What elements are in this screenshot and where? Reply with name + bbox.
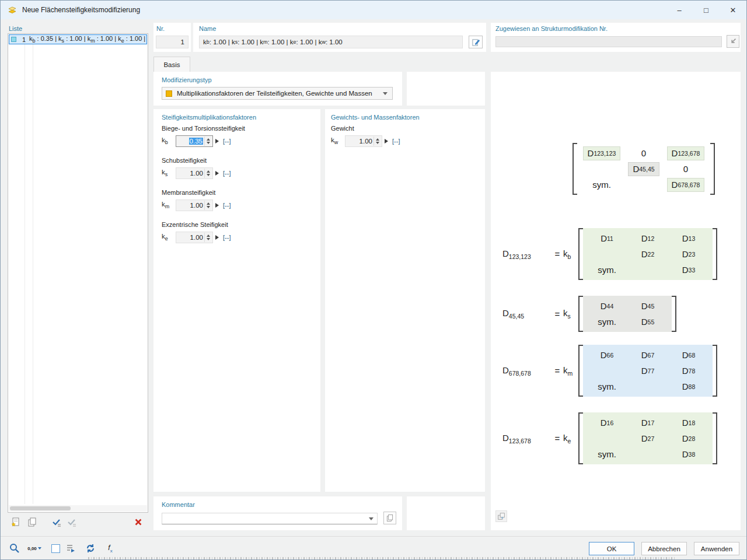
copy-icon [386,514,394,522]
uncheck-all-button[interactable] [66,516,78,528]
ks-spinner[interactable] [204,169,212,178]
nr-label: Nr. [156,25,165,32]
pick-arrow-icon [729,37,737,46]
kb-input[interactable]: 0.35 [176,135,213,147]
kw-unit: [--] [392,138,400,145]
comment-copy-button[interactable] [383,512,396,524]
find-object-button[interactable] [8,541,22,555]
statusbar-divider [1,536,746,537]
km-label: km [162,201,176,209]
ke-spinner[interactable] [204,233,212,242]
ke-label: ke [162,233,176,242]
kw-input[interactable]: 1.00 [345,135,382,147]
item-text: kb : 0.35 | ks : 1.00 | km : 1.00 | ke :… [29,35,146,44]
modification-type-select[interactable]: Multiplikationsfaktoren der Teilsteifigk… [162,87,393,100]
ks-detail-button[interactable] [215,171,219,176]
weight-panel: Gewichts- und Massenfaktoren Gewicht kw … [325,109,485,492]
ke-detail-button[interactable] [215,235,219,240]
scrollbar-thumb[interactable] [10,506,71,510]
kb-spinner[interactable] [204,136,212,146]
check-all-icon [51,517,62,527]
formula-button[interactable]: fx [103,541,117,555]
uncheck-all-icon [67,517,77,527]
assign-pick-button[interactable] [727,35,739,48]
stiffness-panel: Steifigkeitsmultiplikationsfaktoren Bieg… [153,109,320,492]
chevron-down-icon [369,517,374,520]
display-color-button[interactable] [48,541,62,555]
close-button[interactable]: ✕ [720,1,746,19]
comment-combobox[interactable] [162,513,378,524]
cancel-button[interactable]: Abbrechen [641,542,687,555]
spin-up-icon [207,138,210,141]
window-title: Neue Flächensteifigkeitsmodifizierung [22,6,140,14]
minimize-button[interactable]: – [666,1,693,19]
delete-item-button[interactable] [132,516,144,528]
kb-detail-button[interactable] [215,139,219,144]
list-horizontal-scrollbar[interactable] [9,505,147,512]
copy-item-button[interactable] [26,516,38,528]
ke-unit: [--] [223,234,231,241]
equation-kb: D123,123 = kb D11D12D13D22D23sym.D33 [502,228,717,280]
ks-input[interactable]: 1.00 [176,167,213,179]
ke-input[interactable]: 1.00 [176,232,213,243]
name-edit-button[interactable] [469,36,483,48]
ks-matrix: D44D45sym.D55 [578,296,676,332]
decimal-places-button[interactable]: 0,00 [27,541,41,555]
spin-up-icon [207,202,210,205]
titlebar[interactable]: Neue Flächensteifigkeitsmodifizierung – … [1,1,746,19]
list-label: Liste [9,25,22,32]
km-spinner[interactable] [204,201,212,210]
km-value: 1.00 [190,202,203,209]
kb-value: 0.35 [189,138,203,145]
tab-basis[interactable]: Basis [153,57,190,72]
assign-panel: Zugewiesen an Strukturmodifikation Nr. [491,23,741,52]
list-settings-button[interactable] [64,541,78,555]
kw-detail-button[interactable] [385,139,388,144]
nr-field[interactable]: 1 [156,36,189,48]
list-arrow-icon [65,543,76,554]
list-item[interactable]: 1 kb : 0.35 | ks : 1.00 | km : 1.00 | ke… [9,34,147,44]
km-input[interactable]: 1.00 [176,200,213,211]
spin-up-icon [376,138,379,141]
equation-km: D678,678 = km D66D67D68D77D78sym.D88 [502,345,717,397]
graphic-options-button[interactable] [495,510,507,522]
check-all-button[interactable] [51,516,62,528]
kw-value: 1.00 [359,138,372,145]
assign-label: Zugewiesen an Strukturmodifikation Nr. [495,25,608,32]
name-field[interactable]: kb : 1.00 | ks : 1.00 | km : 1.00 | ke :… [199,36,463,48]
arrow-right-icon [215,235,219,240]
refresh-button[interactable] [83,541,97,555]
arrow-right-icon [215,139,219,144]
name-label: Name [199,25,216,32]
spin-up-icon [207,170,210,173]
modification-list[interactable]: 1 kb : 0.35 | ks : 1.00 | km : 1.00 | ke… [8,33,148,513]
matrix-graphic-panel: D123,1230D123,678D45,450sym.D678,678 D12… [491,72,741,530]
ok-button[interactable]: OK [589,542,634,555]
km-detail-button[interactable] [215,203,219,208]
matrix-term-label: D123,123 [502,249,551,260]
spin-down-icon [207,142,210,144]
equals-sign: = [551,433,563,443]
kw-label: kw [331,136,345,145]
modification-type-label: Modifizierungstyp [162,76,212,83]
assign-field[interactable] [495,36,722,47]
spacer-panel [407,72,485,106]
ks-group-label: Schubsteifigkeit [162,157,207,164]
ks-unit: [--] [223,170,231,177]
arrow-right-icon [215,171,219,176]
equation-ks: D45,45 = ks D44D45sym.D55 [502,296,676,332]
chevron-down-icon [383,92,388,95]
dialog-window: Neue Flächensteifigkeitsmodifizierung – … [0,0,747,560]
kw-spinner[interactable] [374,136,381,146]
new-item-button[interactable] [10,516,22,528]
kw-group-label: Gewicht [331,125,354,132]
maximize-button[interactable]: □ [693,1,720,19]
apply-button[interactable]: Anwenden [694,542,739,555]
matrix-term-label: D123,678 [502,433,551,444]
matrix-term-label: D45,45 [502,308,551,320]
ke-value: 1.00 [190,234,203,241]
kb-row: kb 0.35 [--] [162,135,231,147]
equation-ke: D123,678 = ke D16D17D18D27D28sym.D38 [502,412,717,464]
background-app-text [88,557,676,559]
selected-type: Multiplikationsfaktoren der Teilsteifigk… [177,90,383,97]
